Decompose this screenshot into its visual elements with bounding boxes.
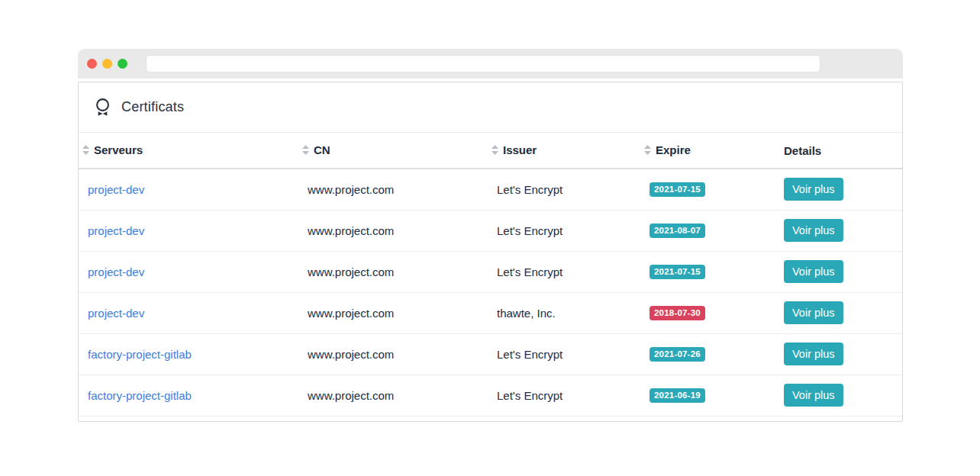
sort-icon[interactable] — [302, 144, 309, 157]
expire-cell: 2021-08-07 — [640, 210, 775, 251]
cn-cell: www.project.com — [298, 292, 488, 333]
sort-icon[interactable] — [82, 144, 89, 157]
issuer-cell: Let's Encrypt — [488, 210, 640, 251]
column-label: Issuer — [503, 143, 537, 156]
column-header-issuer[interactable]: Issuer — [488, 133, 640, 169]
expire-badge: 2021-07-26 — [650, 347, 705, 362]
issuer-cell: Let's Encrypt — [488, 333, 640, 375]
expire-cell: 2021-07-15 — [640, 169, 775, 210]
address-bar-input[interactable] — [146, 55, 820, 72]
expire-badge: 2021-08-07 — [650, 224, 705, 238]
table-row: project-dev www.project.com Let's Encryp… — [79, 210, 902, 251]
window-controls — [87, 59, 127, 69]
page-title: Certificats — [121, 99, 184, 115]
details-cell: Voir plus — [775, 169, 902, 210]
issuer-cell: thawte, Inc. — [488, 292, 640, 333]
expire-cell: 2021-07-15 — [640, 251, 775, 292]
voir-plus-button[interactable]: Voir plus — [784, 301, 843, 324]
server-link[interactable]: project-dev — [88, 265, 144, 278]
details-cell: Voir plus — [775, 251, 902, 292]
cn-cell: www.project.com — [298, 333, 488, 375]
column-label: Expire — [656, 143, 691, 156]
table-row: project-dev www.project.com thawte, Inc.… — [79, 292, 902, 333]
expire-cell: 2021-07-26 — [640, 333, 775, 375]
server-link[interactable]: project-dev — [88, 224, 144, 237]
maximize-icon[interactable] — [118, 59, 127, 69]
server-cell: project-dev — [79, 292, 298, 333]
minimize-icon[interactable] — [102, 59, 112, 69]
sort-icon[interactable] — [492, 144, 498, 157]
table-header-row: Serveurs CN Issuer Expire Details — [79, 133, 902, 169]
table-row: project-dev www.project.com Let's Encryp… — [79, 251, 902, 292]
voir-plus-button[interactable]: Voir plus — [784, 260, 843, 283]
details-cell: Voir plus — [775, 375, 902, 416]
issuer-cell: Let's Encrypt — [488, 251, 640, 292]
column-label: Details — [784, 144, 821, 157]
voir-plus-button[interactable]: Voir plus — [784, 178, 843, 201]
column-header-serveurs[interactable]: Serveurs — [79, 133, 298, 169]
voir-plus-button[interactable]: Voir plus — [784, 384, 843, 407]
cn-cell: www.project.com — [298, 251, 488, 292]
column-label: Serveurs — [94, 143, 143, 156]
voir-plus-button[interactable]: Voir plus — [784, 219, 843, 242]
certificate-award-icon — [94, 98, 111, 117]
cn-cell: www.project.com — [298, 210, 488, 251]
expire-badge: 2018-07-30 — [650, 306, 705, 320]
cn-cell: www.project.com — [298, 375, 488, 416]
issuer-cell: Let's Encrypt — [488, 375, 640, 416]
issuer-cell: Let's Encrypt — [488, 169, 640, 210]
column-header-details: Details — [775, 133, 902, 169]
certificates-table: Serveurs CN Issuer Expire Details — [79, 133, 902, 416]
details-cell: Voir plus — [775, 333, 902, 375]
expire-badge: 2021-07-15 — [650, 182, 705, 197]
cn-cell: www.project.com — [298, 169, 488, 210]
page-header: Certificats — [79, 82, 902, 133]
voir-plus-button[interactable]: Voir plus — [784, 343, 843, 365]
details-cell: Voir plus — [775, 292, 902, 333]
expire-badge: 2021-07-15 — [650, 265, 705, 279]
server-link[interactable]: factory-project-gitlab — [88, 348, 192, 361]
close-icon[interactable] — [87, 59, 97, 69]
server-cell: factory-project-gitlab — [79, 333, 298, 375]
expire-cell: 2018-07-30 — [640, 292, 775, 333]
table-row: project-dev www.project.com Let's Encryp… — [79, 169, 902, 210]
column-header-cn[interactable]: CN — [298, 133, 488, 169]
page-content: Certificats Serveurs CN Issuer Expire — [78, 82, 903, 422]
server-link[interactable]: project-dev — [88, 183, 144, 196]
server-cell: project-dev — [79, 210, 298, 251]
column-label: CN — [314, 143, 330, 156]
expire-cell: 2021-06-19 — [640, 375, 775, 416]
table-row: factory-project-gitlab www.project.com L… — [79, 375, 902, 416]
server-cell: project-dev — [79, 169, 298, 210]
server-link[interactable]: project-dev — [88, 307, 144, 320]
column-header-expire[interactable]: Expire — [640, 133, 775, 169]
expire-badge: 2021-06-19 — [650, 388, 705, 403]
server-cell: factory-project-gitlab — [79, 375, 298, 416]
server-cell: project-dev — [79, 251, 298, 292]
table-row: factory-project-gitlab www.project.com L… — [79, 333, 902, 375]
sort-icon[interactable] — [644, 144, 651, 157]
browser-chrome-bar — [78, 49, 903, 79]
details-cell: Voir plus — [775, 210, 902, 251]
server-link[interactable]: factory-project-gitlab — [88, 389, 192, 402]
browser-window: Certificats Serveurs CN Issuer Expire — [78, 49, 903, 422]
